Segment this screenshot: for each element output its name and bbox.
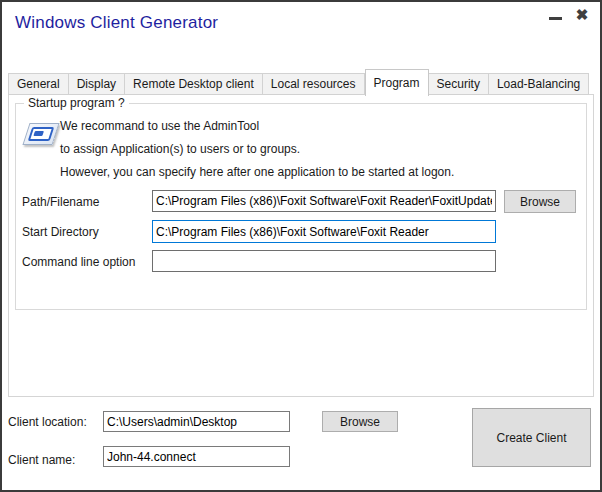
start-directory-input[interactable] xyxy=(152,220,496,243)
client-name-label: Client name: xyxy=(8,453,75,467)
tab-security[interactable]: Security xyxy=(429,73,489,95)
startup-program-groupbox: Startup program ? We recommand to use th… xyxy=(15,103,587,310)
groupbox-title: Startup program ? xyxy=(24,96,129,110)
tab-local-resources[interactable]: Local resources xyxy=(263,73,365,95)
command-line-option-label: Command line option xyxy=(22,255,135,269)
minimize-icon[interactable] xyxy=(545,10,565,26)
browse-program-button[interactable]: Browse xyxy=(504,190,576,213)
start-directory-label: Start Directory xyxy=(22,225,99,239)
info-line-1: We recommand to use the AdminTool xyxy=(60,119,259,133)
tab-strip: General Display Remote Desktop client Lo… xyxy=(8,68,589,95)
browse-location-button[interactable]: Browse xyxy=(322,411,398,432)
program-tab-page: Startup program ? We recommand to use th… xyxy=(8,94,594,397)
client-generator-window: Windows Client Generator ✖ General Displ… xyxy=(0,0,602,492)
client-name-input[interactable] xyxy=(103,446,290,467)
admin-tool-icon xyxy=(22,121,62,151)
tab-display[interactable]: Display xyxy=(69,73,125,95)
path-filename-label: Path/Filename xyxy=(22,195,99,209)
command-line-option-input[interactable] xyxy=(152,250,496,272)
window-title: Windows Client Generator xyxy=(15,13,218,33)
tab-load-balancing[interactable]: Load-Balancing xyxy=(489,73,589,95)
client-location-input[interactable] xyxy=(103,411,290,432)
client-location-label: Client location: xyxy=(8,415,87,429)
close-icon[interactable]: ✖ xyxy=(571,4,593,26)
info-line-2: to assign Application(s) to users or to … xyxy=(60,142,300,156)
create-client-button[interactable]: Create Client xyxy=(472,408,591,467)
path-filename-input[interactable] xyxy=(152,190,496,212)
tab-remote-desktop-client[interactable]: Remote Desktop client xyxy=(125,73,263,95)
tab-program[interactable]: Program xyxy=(365,69,429,96)
tab-general[interactable]: General xyxy=(8,73,69,95)
info-line-3: However, you can specify here after one … xyxy=(60,165,454,179)
